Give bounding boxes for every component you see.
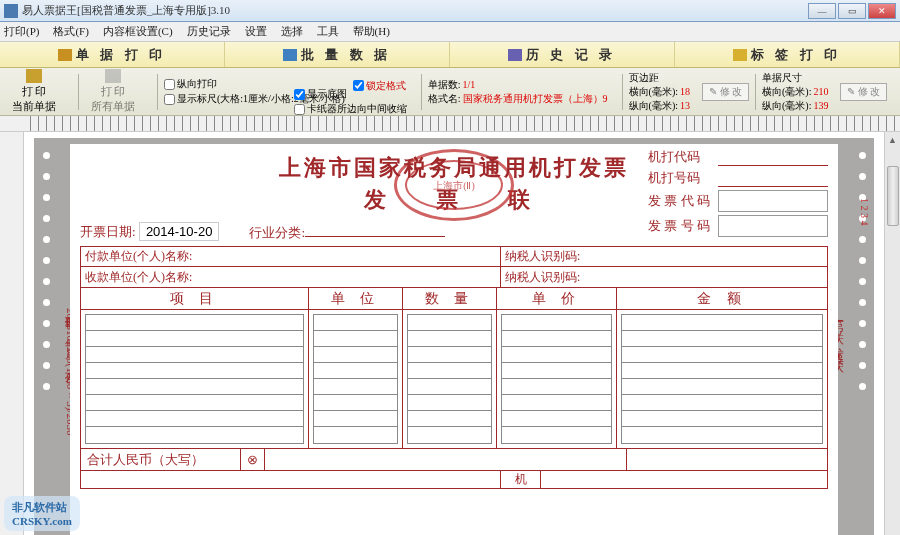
menu-select[interactable]: 选择 (281, 24, 303, 39)
col-amount: 金 额 (617, 288, 827, 310)
date-field[interactable]: 2014-10-20 (139, 222, 220, 241)
printer-icon (105, 69, 121, 83)
app-icon (4, 4, 18, 18)
item-grid[interactable] (85, 314, 304, 444)
watermark: 非凡软件站CRSKY.com (4, 496, 80, 531)
menu-help[interactable]: 帮助(H) (353, 24, 390, 39)
edit-margin-button[interactable]: ✎ 修 改 (702, 83, 749, 101)
tab-single[interactable]: 单 据 打 印 (0, 42, 225, 67)
qty-grid[interactable] (407, 314, 492, 444)
invoice-preview: 1 2 3 4 票证现代2013年10月P250万份(1000×3)/2030 … (34, 138, 874, 535)
scrollbar-vertical[interactable]: ▲ (884, 132, 900, 535)
menu-settings[interactable]: 设置 (245, 24, 267, 39)
history-icon (508, 49, 522, 61)
menu-format[interactable]: 格式(F) (53, 24, 88, 39)
titlebar: 易人票据王[国税普通发票_上海专用版]3.10 — ▭ ✕ (0, 0, 900, 22)
industry-field[interactable] (305, 221, 445, 237)
total-label: 合计人民币（大写） (87, 451, 204, 469)
scroll-thumb[interactable] (887, 166, 899, 226)
total-num-field[interactable] (627, 449, 827, 470)
tab-batch[interactable]: 批 量 数 据 (225, 42, 450, 67)
menu-history[interactable]: 历史记录 (187, 24, 231, 39)
price-grid[interactable] (501, 314, 612, 444)
ruler-vertical (0, 132, 24, 535)
circle-icon: ⊗ (247, 452, 258, 468)
col-unit: 单 位 (309, 288, 403, 310)
menubar: 打印(P) 格式(F) 内容框设置(C) 历史记录 设置 选择 工具 帮助(H) (0, 22, 900, 42)
tab-history[interactable]: 历 史 记 录 (450, 42, 675, 67)
margin-info: 页边距 横向(毫米):18 纵向(毫米):13 (629, 71, 690, 113)
print-current-button[interactable]: 打 印当前单据 (6, 67, 62, 116)
tabbar: 单 据 打 印 批 量 数 据 历 史 记 录 标 签 打 印 (0, 42, 900, 68)
unit-grid[interactable] (313, 314, 398, 444)
tab-label[interactable]: 标 签 打 印 (675, 42, 900, 67)
single-icon (58, 49, 72, 61)
col-price: 单 价 (497, 288, 617, 310)
doc-count: 单据数:1/1 格式名:国家税务通用机打发票（上海）9 (428, 78, 608, 106)
minimize-button[interactable]: — (808, 3, 836, 19)
ruler-horizontal (0, 116, 900, 132)
tab-numbers: 1 2 3 4 (859, 198, 870, 226)
menu-print[interactable]: 打印(P) (4, 24, 39, 39)
toolbar: 打 印当前单据 打 印所有单据 纵向打印 显示标尺(大格:1厘米/小格:2毫米/… (0, 68, 900, 116)
ck-crop[interactable]: 卡纸器所边向中间收缩 (294, 102, 407, 116)
edit-size-button[interactable]: ✎ 修 改 (840, 83, 887, 101)
printer-icon (26, 69, 42, 83)
window-title: 易人票据王[国税普通发票_上海专用版]3.10 (22, 3, 230, 18)
ck-bottom[interactable]: 显示底图 (294, 87, 407, 101)
invoice-code-field[interactable] (718, 190, 828, 212)
col-qty: 数 量 (403, 288, 497, 310)
scroll-up-icon[interactable]: ▲ (885, 132, 900, 148)
close-button[interactable]: ✕ (868, 3, 896, 19)
amount-grid[interactable] (621, 314, 823, 444)
menu-content[interactable]: 内容框设置(C) (103, 24, 173, 39)
canvas: 1 2 3 4 票证现代2013年10月P250万份(1000×3)/2030 … (24, 132, 884, 535)
print-all-button[interactable]: 打 印所有单据 (85, 67, 141, 116)
size-info: 单据尺寸 横向(毫米):210 纵向(毫米):139 (762, 71, 828, 113)
total-cn-field[interactable] (265, 449, 627, 470)
label-icon (733, 49, 747, 61)
maximize-button[interactable]: ▭ (838, 3, 866, 19)
invoice-title: 上海市国家税务局通用机打发票 (80, 150, 828, 185)
batch-icon (283, 49, 297, 61)
col-item: 项 目 (81, 288, 309, 310)
invoice-num-field[interactable] (718, 215, 828, 237)
menu-tools[interactable]: 工具 (317, 24, 339, 39)
